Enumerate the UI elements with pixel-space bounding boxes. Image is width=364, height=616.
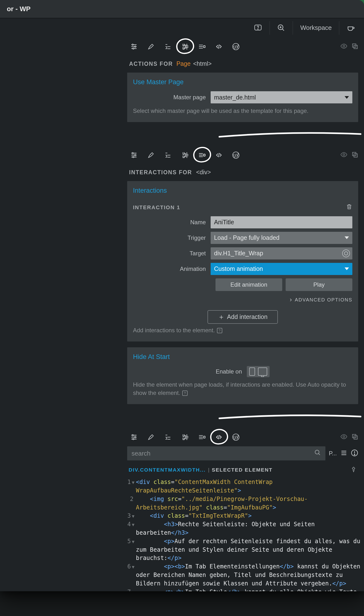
menu-icon[interactable]: [340, 449, 348, 458]
eye-icon[interactable]: [340, 42, 348, 51]
warning-icon[interactable]: [351, 449, 358, 458]
code-breadcrumb: DIV.CONTENTMAXWIDTH... | SELECTED ELEMEN…: [121, 465, 364, 478]
pin-icon[interactable]: [351, 466, 357, 473]
animation-select[interactable]: Custom animation: [211, 263, 352, 275]
divider-sketch: [218, 414, 362, 421]
svg-point-5: [133, 48, 134, 49]
interactions-title: Interactions: [133, 187, 352, 194]
tab-tree[interactable]: [161, 430, 175, 444]
chevron-down-icon: [345, 267, 349, 270]
code-search-input[interactable]: search: [127, 446, 325, 460]
tab-actions[interactable]: [178, 148, 192, 162]
tab-interactions[interactable]: [195, 430, 209, 444]
interaction-heading: INTERACTION 1: [133, 204, 180, 211]
workspace-menu[interactable]: Workspace: [297, 24, 335, 32]
name-input[interactable]: [211, 216, 352, 228]
add-interaction-button[interactable]: ＋ Add interaction: [208, 310, 278, 324]
device-toggle[interactable]: [247, 366, 270, 377]
svg-point-16: [343, 154, 345, 156]
interactions-header: INTERACTIONS FOR <div>: [121, 164, 364, 181]
tab-interactions[interactable]: [195, 40, 209, 53]
tab-settings[interactable]: [127, 148, 141, 162]
play-button[interactable]: Play: [286, 278, 352, 291]
svg-point-24: [343, 436, 345, 438]
master-page-helper: Select which master page will be used as…: [133, 107, 352, 115]
tab-interactions[interactable]: [195, 148, 209, 162]
hide-at-start-card: Hide At Start Enable on Hide the element…: [127, 347, 358, 404]
tab-wordpress[interactable]: [229, 148, 243, 162]
animation-label: Animation: [133, 265, 211, 272]
coffee-icon[interactable]: [344, 24, 358, 32]
svg-point-13: [133, 156, 134, 157]
svg-rect-17: [353, 152, 356, 156]
tab-wordpress[interactable]: [229, 40, 243, 53]
name-label: Name: [133, 219, 211, 226]
help-icon[interactable]: [251, 24, 265, 32]
svg-rect-22: [204, 436, 205, 438]
chevron-down-icon: [345, 236, 349, 239]
chevron-down-icon: [345, 96, 349, 99]
plus-icon: ＋: [218, 312, 225, 322]
mobile-icon[interactable]: [249, 367, 255, 376]
tab-style[interactable]: [144, 40, 158, 53]
window-titlebar: or - WP: [0, 0, 364, 18]
actions-tabbar: [121, 37, 364, 56]
svg-point-20: [135, 437, 136, 438]
window-title: or - WP: [7, 5, 31, 13]
divider-sketch: [218, 132, 362, 139]
target-label: Target: [133, 250, 211, 257]
target-select[interactable]: div.H1_Title_Wrap: [211, 247, 352, 260]
tab-tree[interactable]: [161, 148, 175, 162]
advanced-options[interactable]: ADVANCED OPTIONS: [133, 296, 352, 303]
zoom-icon[interactable]: [274, 24, 288, 32]
hide-helper: Hide the element when page loads, if int…: [133, 380, 352, 398]
desktop-icon[interactable]: [258, 367, 267, 376]
svg-rect-6: [204, 46, 205, 48]
tab-code[interactable]: [212, 148, 226, 162]
svg-rect-25: [353, 434, 356, 438]
actions-header: ACTIONS FOR Page <html>: [121, 56, 364, 73]
code-tabbar: [121, 428, 364, 446]
enable-on-label: Enable on: [216, 368, 242, 375]
target-picker-icon[interactable]: [342, 249, 350, 257]
p-button[interactable]: P...: [329, 450, 337, 457]
master-page-title: Use Master Page: [133, 79, 352, 86]
code-editor[interactable]: 1▼<div class="ContentMaxWidth ContentWra…: [121, 478, 364, 591]
clone-icon[interactable]: [351, 151, 358, 159]
hide-title: Hide At Start: [133, 353, 352, 361]
clone-icon[interactable]: [351, 433, 358, 441]
interactions-tabbar: [121, 146, 364, 164]
tab-actions[interactable]: [178, 430, 192, 444]
tab-code[interactable]: [212, 430, 226, 444]
breadcrumb-path[interactable]: DIV.CONTENTMAXWIDTH...: [129, 467, 206, 473]
info-icon[interactable]: ?: [217, 328, 222, 333]
breadcrumb-selected: SELECTED ELEMENT: [212, 467, 273, 473]
app-window: or - WP Workspace: [0, 0, 364, 591]
edit-animation-button[interactable]: Edit animation: [216, 278, 282, 291]
interactions-footer: Add interactions to the element.?: [133, 326, 352, 335]
tab-tree[interactable]: [161, 40, 175, 53]
svg-point-21: [133, 439, 134, 440]
trigger-select[interactable]: Load - Page fully loaded: [211, 232, 352, 244]
tab-actions[interactable]: [178, 40, 192, 53]
tab-code[interactable]: [212, 40, 226, 53]
tab-wordpress[interactable]: [229, 430, 243, 444]
tab-settings[interactable]: [127, 40, 141, 53]
svg-point-3: [132, 44, 133, 45]
master-page-select[interactable]: master_de.html: [211, 91, 352, 103]
info-icon[interactable]: ?: [182, 391, 188, 396]
tab-style[interactable]: [144, 148, 158, 162]
trigger-label: Trigger: [133, 235, 211, 241]
eye-icon[interactable]: [340, 433, 348, 441]
trash-icon[interactable]: [346, 204, 352, 211]
svg-rect-10: [354, 45, 357, 49]
tab-settings[interactable]: [127, 430, 141, 444]
svg-rect-14: [204, 154, 205, 156]
svg-rect-9: [353, 44, 356, 47]
tab-style[interactable]: [144, 430, 158, 444]
svg-point-8: [343, 45, 345, 47]
svg-point-1: [258, 29, 258, 29]
top-menu: Workspace: [0, 18, 364, 37]
eye-icon[interactable]: [340, 151, 348, 159]
clone-icon[interactable]: [351, 43, 358, 51]
